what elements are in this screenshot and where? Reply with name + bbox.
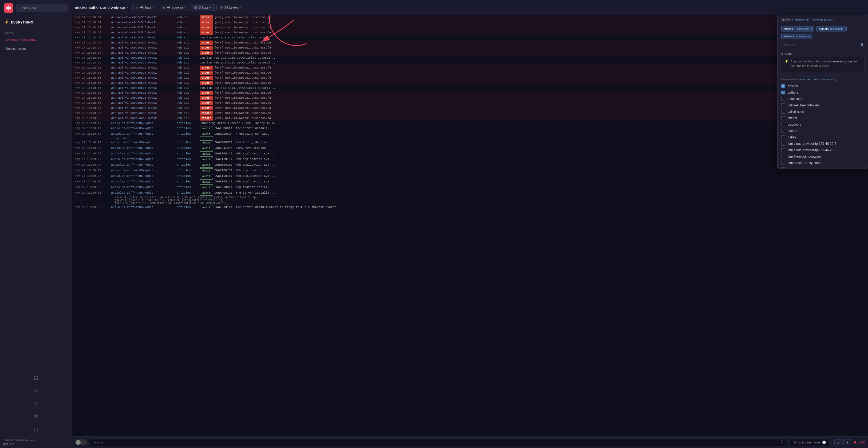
log-app: web-api <box>177 25 198 30</box>
deselect-all-link[interactable]: deselect all <box>794 18 809 21</box>
log-source-link[interactable]: web-api-v1-cc9b5c5d5-9ws9z <box>111 66 175 70</box>
log-source-link[interactable]: articles-ddff44c85-xqdqt <box>111 146 175 150</box>
log-app: web-api <box>177 61 198 65</box>
chip-authors[interactable]: authors (containers) <box>816 26 847 31</box>
log-source-link[interactable]: articles-ddff44c85-xqdqt <box>111 174 175 178</box>
save-as-group-link[interactable]: save as group <box>813 18 832 21</box>
log-badge-audit: audit <box>200 126 213 131</box>
settings-icon-button[interactable] <box>32 399 40 408</box>
search-circle-icon <box>780 440 784 445</box>
find-view-button[interactable]: Find a View <box>16 4 68 12</box>
log-line: May 17 15:18:54web-api-v1-cc9b5c5d5-9ws9… <box>72 15 868 20</box>
log-source-link[interactable]: web-api-v1-cc9b5c5d5-9ws9z <box>111 61 175 65</box>
container-item-ibm-cloud-provider-ip-169-46-29-6[interactable]: ibm-cloud-provider-ip-169-46-29-6 <box>777 147 868 153</box>
log-source-link[interactable]: web-api-v1-cc9b5c5d5-9ws9z <box>111 15 175 20</box>
log-source-link[interactable]: web-api-v1-cc9b5c5d5-9ws9z <box>111 25 175 30</box>
log-source-link[interactable]: articles-ddff44c85-xqdqt <box>111 151 175 156</box>
log-source-link[interactable]: articles-ddff44c85-xqdqt <box>111 140 175 145</box>
log-app: web-api <box>177 116 198 120</box>
all-sources-filter[interactable]: All Sources ▾ <box>159 4 189 11</box>
log-source-link[interactable]: articles-ddff44c85-xqdqt <box>111 168 175 173</box>
chip-articles[interactable]: articles ( containers ) <box>781 26 814 31</box>
log-source-link[interactable]: web-api-v1-cc9b5c5d5-9ws9z <box>111 96 175 100</box>
log-source-link[interactable]: web-api-v1-cc9b5c5d5-9ws9z <box>111 30 175 35</box>
log-line: May 17 15:19:27articles-ddff44c85-xqdqta… <box>72 174 868 179</box>
log-source-link[interactable]: web-api-v1-cc9b5c5d5-9ws9z <box>111 81 175 85</box>
views-section-label: VIEWS <box>0 28 72 36</box>
log-source-link[interactable]: articles-ddff44c85-xqdqt <box>111 163 175 167</box>
container-item-ibm-file-plugin-container[interactable]: ibm-file-plugin-container <box>777 153 868 160</box>
log-source-link[interactable]: articles-ddff44c85-xqdqt <box>111 191 175 195</box>
log-source-link[interactable]: articles-ddff44c85-xqdqt <box>111 126 175 131</box>
chip-web-api[interactable]: web-api (containers) <box>781 34 812 39</box>
log-app: articles <box>177 168 198 173</box>
container-item-citadel[interactable]: citadel <box>777 115 868 121</box>
log-timestamp: May 17 15:18:54 <box>75 40 110 45</box>
container-checkbox-calico-node <box>781 110 785 114</box>
log-message: [err] com.ibm.webapi.business.ge <box>215 20 865 25</box>
container-item-discovery[interactable]: discovery <box>777 121 868 128</box>
grid-icon-button[interactable] <box>32 374 40 382</box>
log-source-link[interactable]: web-api-v1-cc9b5c5d5-9ws9z <box>111 76 175 80</box>
container-item-fluentd[interactable]: fluentd <box>777 128 868 134</box>
log-source-link[interactable]: web-api-v1-cc9b5c5d5-9ws9z <box>111 106 175 110</box>
log-source-link[interactable]: web-api-v1-cc9b5c5d5-9ws9z <box>111 101 175 105</box>
sidebar-item-articles-view[interactable]: articles authors and w... <box>2 36 70 44</box>
log-source-link[interactable]: articles-ddff44c85-xqdqt <box>111 185 175 189</box>
view-title[interactable]: articles authors and web-api ▾ <box>75 5 128 10</box>
log-source-link[interactable]: web-api-v1-cc9b5c5d5-9ws9z <box>111 45 175 50</box>
container-item-ibm-storage-watcher-container[interactable]: ibm-storage-watcher-container <box>777 166 868 168</box>
prev-button[interactable]: ▲ <box>834 440 842 445</box>
log-source-link[interactable]: articles-ddff44c85-xqdqt <box>111 157 175 162</box>
container-item-autoscaler[interactable]: autoscaler <box>777 96 868 102</box>
log-source-link[interactable]: articles-ddff44c85-xqdqt <box>111 179 175 184</box>
select-all-link[interactable]: select all <box>799 78 810 81</box>
container-item-calico-node[interactable]: calico-node <box>777 108 868 115</box>
log-timestamp: May 17 15:19:35 <box>75 179 110 184</box>
log-source-link[interactable]: articles-ddff44c85-xqdqt <box>111 121 175 126</box>
apps-filter[interactable]: 3 Apps ▾ <box>191 4 215 11</box>
log-source-link[interactable]: web-api-v1-cc9b5c5d5-9ws9z <box>111 111 175 115</box>
container-item-calico-kube-controllers[interactable]: calico-kube-controllers <box>777 102 868 108</box>
log-line: May 17 15:18:54web-api-v1-cc9b5c5d5-9ws9… <box>72 50 868 56</box>
toggle-switch[interactable] <box>75 440 87 445</box>
container-item-galley[interactable]: galley <box>777 134 868 141</box>
route-icon-button[interactable] <box>32 386 40 395</box>
log-source-link[interactable]: articles-ddff44c85-xqdqt <box>111 205 175 210</box>
log-source-link[interactable]: web-api-v1-cc9b5c5d5-9ws9z <box>111 91 175 95</box>
log-source-link[interactable]: web-api-v1-cc9b5c5d5-9ws9z <box>111 35 175 40</box>
find-apps-input[interactable] <box>781 43 858 47</box>
eye-icon-button[interactable] <box>32 412 40 420</box>
add-containers-link[interactable]: add containers <box>814 78 834 81</box>
containers-label: Containers ( <box>781 78 797 81</box>
container-item-ibm-cloud-provider-ip-169-46-29-2[interactable]: ibm-cloud-provider-ip-169-46-29-2 <box>777 141 868 147</box>
all-tags-filter[interactable]: 🏷 All Tags ▾ <box>132 4 157 11</box>
log-source-link[interactable]: web-api-v1-cc9b5c5d5-9ws9z <box>111 20 175 25</box>
log-line: May 17 15:18:55web-api-v1-cc9b5c5d5-9ws9… <box>72 70 868 75</box>
container-item-ibm-master-proxy-static[interactable]: ibm-master-proxy-static <box>777 160 868 166</box>
power-icon-button[interactable] <box>32 425 40 433</box>
log-line: May 17 15:19:23articles-ddff44c85-xqdqta… <box>72 146 868 151</box>
container-item-authors[interactable]: authors <box>777 89 868 96</box>
container-item-articles[interactable]: articles <box>777 83 868 89</box>
all-levels-filter[interactable]: All Levels ▾ <box>216 4 244 11</box>
log-source-link[interactable]: web-api-v1-cc9b5c5d5-9ws9z <box>111 40 175 45</box>
log-badge-audit: audit <box>200 132 213 137</box>
log-source-link[interactable]: web-api-v1-cc9b5c5d5-9ws9z <box>111 116 175 120</box>
container-checkbox-ibm-file-plugin-container <box>781 155 785 159</box>
everything-nav-item[interactable]: ⚡ EVERYTHING <box>0 16 72 28</box>
log-indent-line: ssl-1.0, jndi-1.0, cdi-2.0, mpHealth-1.0… <box>72 196 868 199</box>
live-indicator: LIVE <box>854 441 865 444</box>
jump-timeframe-button[interactable]: Jump to timeframe 🕐 <box>790 438 829 446</box>
log-badge-stderr: stderr <box>200 30 213 35</box>
log-source-link[interactable]: web-api-v1-cc9b5c5d5-9ws9z <box>111 71 175 75</box>
sidebar-item-service-errors[interactable]: Service errors <box>2 45 70 53</box>
search-input[interactable] <box>93 441 779 444</box>
log-source-link[interactable]: articles-ddff44c85-xqdqt <box>111 132 175 136</box>
log-message: [err] com.ibm.webapi.business.fa <box>215 66 865 70</box>
log-source-link[interactable]: web-api-v1-cc9b5c5d5-9ws9z <box>111 51 175 55</box>
apps-dropdown-panel: Applied ( deselect all · save as group )… <box>777 15 868 169</box>
log-source-link[interactable]: web-api-v1-cc9b5c5d5-9ws9z <box>111 56 175 60</box>
log-source-link[interactable]: web-api-v1-cc9b5c5d5-9ws9z <box>111 86 175 91</box>
next-button[interactable]: ▼ <box>843 440 851 445</box>
